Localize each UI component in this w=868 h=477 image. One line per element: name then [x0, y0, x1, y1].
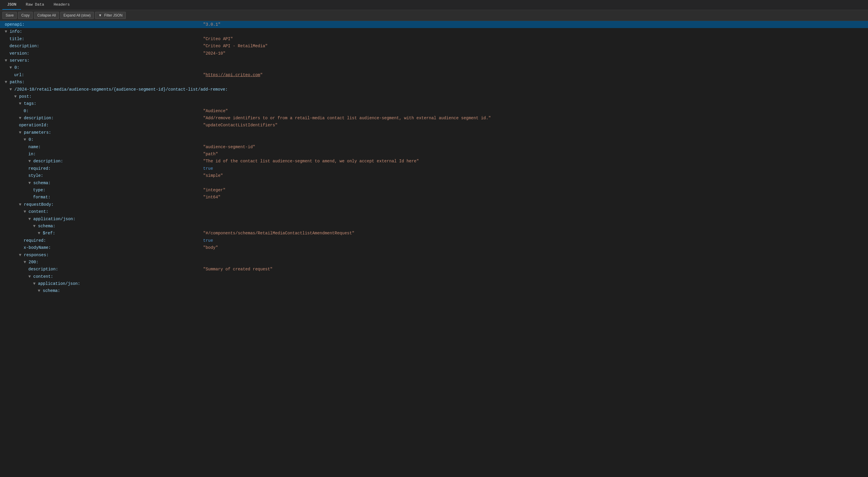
json-value: "Criteo API": [203, 36, 233, 42]
collapse-arrow-icon[interactable]: ▼: [28, 274, 33, 279]
json-key: ▼ $ref:: [2, 230, 203, 236]
json-value: "#/components/schemas/RetailMediaContact…: [203, 230, 354, 236]
tabs-bar: JSON Raw Data Headers: [0, 0, 868, 10]
collapse-arrow-icon[interactable]: ▼: [19, 130, 24, 135]
collapse-arrow-icon[interactable]: ▼: [5, 29, 10, 34]
collapse-all-button[interactable]: Collapse All: [34, 12, 59, 19]
json-value: "https://api.criteo.com": [203, 72, 263, 78]
expand-all-button[interactable]: Expand All (slow): [60, 12, 94, 19]
collapse-arrow-icon[interactable]: ▼: [38, 288, 43, 293]
json-line: ▼ 0:: [0, 64, 868, 71]
json-value: "simple": [203, 172, 223, 179]
json-line: ▼ info:: [0, 28, 868, 35]
collapse-arrow-icon[interactable]: ▼: [19, 101, 24, 106]
json-key: ▼ 200:: [2, 259, 203, 265]
json-line: ▼ content:: [0, 273, 868, 280]
json-line: version:"2024-10": [0, 50, 868, 57]
json-value: "Add/remove identifiers to or from a ret…: [203, 115, 491, 121]
collapse-arrow-icon[interactable]: ▼: [9, 87, 14, 92]
collapse-arrow-icon[interactable]: ▼: [19, 253, 24, 257]
json-line: in:"path": [0, 151, 868, 158]
json-line: ▼ /2024-10/retail-media/audience-segment…: [0, 86, 868, 93]
json-key: openapi:: [2, 21, 203, 28]
json-key: ▼ parameters:: [2, 129, 203, 136]
collapse-arrow-icon[interactable]: ▼: [9, 65, 14, 70]
json-key: description:: [2, 43, 203, 49]
collapse-arrow-icon[interactable]: ▼: [28, 217, 33, 221]
tab-raw-data[interactable]: Raw Data: [21, 0, 49, 10]
json-key: ▼ /2024-10/retail-media/audience-segment…: [2, 86, 228, 93]
json-line: ▼ description:"The id of the contact lis…: [0, 158, 868, 165]
json-key: url:: [2, 72, 203, 78]
json-value: "3.0.1": [203, 21, 221, 28]
json-line: openapi:"3.0.1": [0, 21, 868, 28]
json-line: style:"simple": [0, 172, 868, 179]
collapse-arrow-icon[interactable]: ▼: [19, 202, 24, 207]
json-key: ▼ description:: [2, 158, 203, 164]
collapse-arrow-icon[interactable]: ▼: [33, 281, 38, 286]
json-value: true: [203, 237, 213, 244]
json-value: "int64": [203, 194, 221, 200]
json-line: ▼ schema:: [0, 287, 868, 294]
json-line: ▼ paths:: [0, 78, 868, 86]
collapse-arrow-icon[interactable]: ▼: [24, 260, 29, 264]
json-value: true: [203, 165, 213, 172]
collapse-arrow-icon[interactable]: ▼: [24, 209, 29, 214]
json-key: 0:: [2, 108, 203, 114]
json-line: description:"Criteo API - RetailMedia": [0, 42, 868, 50]
json-line: ▼ tags:: [0, 100, 868, 107]
json-line: title:"Criteo API": [0, 35, 868, 42]
json-value: "path": [203, 151, 218, 157]
tab-headers[interactable]: Headers: [49, 0, 75, 10]
json-line: required:true: [0, 165, 868, 172]
json-key: ▼ application/json:: [2, 216, 203, 222]
json-key: ▼ servers:: [2, 57, 203, 64]
json-line: type:"integer": [0, 187, 868, 194]
collapse-arrow-icon[interactable]: ▼: [28, 159, 33, 163]
json-value: "integer": [203, 187, 225, 193]
json-line: format:"int64": [0, 194, 868, 201]
json-key: description:: [2, 266, 203, 273]
json-line: description:"Summary of created request": [0, 266, 868, 273]
json-key: ▼ post:: [2, 93, 203, 100]
json-line: ▼ description:"Add/remove identifiers to…: [0, 115, 868, 122]
collapse-arrow-icon[interactable]: ▼: [28, 181, 33, 185]
collapse-arrow-icon[interactable]: ▼: [14, 94, 19, 99]
filter-json-button[interactable]: ▼ Filter JSON: [95, 12, 126, 19]
json-value: "Criteo API - RetailMedia": [203, 43, 268, 49]
collapse-arrow-icon[interactable]: ▼: [5, 80, 10, 85]
json-key: ▼ application/json:: [2, 280, 203, 287]
collapse-arrow-icon[interactable]: ▼: [24, 137, 29, 142]
save-button[interactable]: Save: [2, 12, 17, 19]
json-line: ▼ schema:: [0, 180, 868, 187]
collapse-arrow-icon[interactable]: ▼: [33, 224, 38, 228]
json-line: ▼ responses:: [0, 252, 868, 259]
collapse-arrow-icon[interactable]: ▼: [38, 231, 43, 235]
json-key: ▼ content:: [2, 209, 203, 215]
json-line: required:true: [0, 237, 868, 244]
json-line: url:"https://api.criteo.com": [0, 71, 868, 78]
json-key: ▼ schema:: [2, 287, 203, 294]
json-key: required:: [2, 165, 203, 172]
json-viewer[interactable]: openapi:"3.0.1"▼ info:title:"Criteo API"…: [0, 21, 868, 476]
json-line: ▼ content:: [0, 208, 868, 215]
json-key: format:: [2, 194, 203, 200]
json-line: 0:"Audience": [0, 107, 868, 115]
json-value: "updateContactListIdentifiers": [203, 122, 278, 128]
json-key: ▼ paths:: [2, 79, 203, 85]
copy-button[interactable]: Copy: [18, 12, 33, 19]
collapse-arrow-icon[interactable]: ▼: [5, 58, 10, 63]
json-line: ▼ 200:: [0, 259, 868, 266]
json-line: ▼ 0:: [0, 136, 868, 143]
json-line: ▼ $ref:"#/components/schemas/RetailMedia…: [0, 230, 868, 237]
json-line: x-bodyName:"body": [0, 244, 868, 251]
tab-json[interactable]: JSON: [2, 0, 21, 10]
collapse-arrow-icon[interactable]: ▼: [19, 116, 24, 121]
json-key: ▼ tags:: [2, 100, 203, 107]
json-key: in:: [2, 151, 203, 157]
json-key: name:: [2, 144, 203, 150]
json-value: "Audience": [203, 108, 228, 114]
json-line: ▼ application/json:: [0, 216, 868, 223]
json-key: type:: [2, 187, 203, 193]
json-key: ▼ description:: [2, 115, 203, 121]
